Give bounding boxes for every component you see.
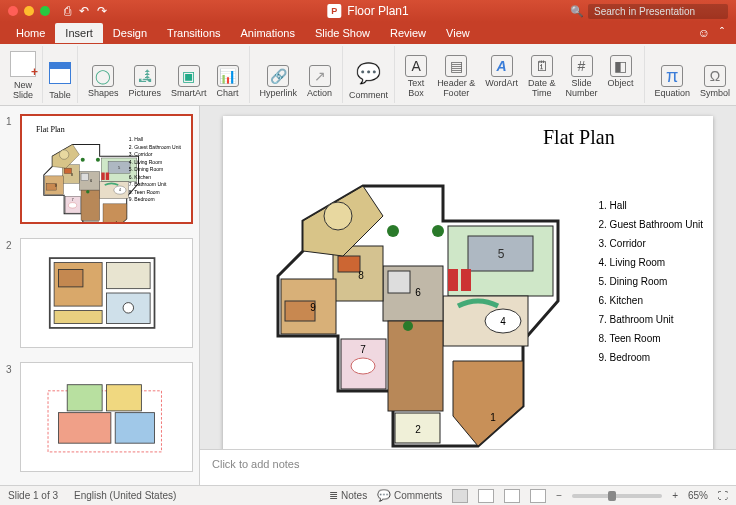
smartart-button[interactable]: ▣SmartArt — [167, 63, 211, 101]
thumbnail-number: 1 — [6, 114, 16, 224]
sorter-view-button[interactable] — [478, 489, 494, 503]
thumbnail-2[interactable]: 2 — [6, 238, 193, 348]
slide-stage[interactable]: Flat Plan 5 — [200, 106, 736, 449]
zoom-slider[interactable] — [572, 494, 662, 498]
tab-home[interactable]: Home — [6, 23, 55, 43]
fit-to-window-button[interactable]: ⛶ — [718, 490, 728, 501]
notes-pane[interactable]: Click to add notes — [200, 449, 736, 485]
textbox-button[interactable]: AText Box — [401, 53, 431, 101]
tab-slideshow[interactable]: Slide Show — [305, 23, 380, 43]
action-button[interactable]: ↗Action — [303, 63, 336, 101]
datetime-button[interactable]: 🗓Date & Time — [524, 53, 560, 101]
headerfooter-icon: ▤ — [445, 55, 467, 77]
shapes-icon: ◯ — [92, 65, 114, 87]
normal-view-button[interactable] — [452, 489, 468, 503]
legend-item: 1. Hall — [599, 196, 704, 215]
pictures-button[interactable]: 🏞Pictures — [125, 63, 166, 101]
language-indicator[interactable]: English (United States) — [74, 490, 176, 501]
action-icon: ↗ — [309, 65, 331, 87]
tab-insert[interactable]: Insert — [55, 23, 103, 43]
thumb-title: Flat Plan — [36, 125, 65, 134]
svg-rect-10 — [59, 413, 111, 444]
equation-icon: π — [661, 65, 683, 87]
app-icon: P — [327, 4, 341, 18]
svg-point-6 — [123, 303, 133, 313]
slidenumber-icon: # — [571, 55, 593, 77]
svg-rect-2 — [107, 262, 151, 288]
reading-view-button[interactable] — [504, 489, 520, 503]
new-slide-label: New Slide — [13, 81, 33, 101]
titlebar: ⎙ ↶ ↷ P Floor Plan1 🔍 — [0, 0, 736, 22]
tab-animations[interactable]: Animations — [231, 23, 305, 43]
headerfooter-button[interactable]: ▤Header & Footer — [433, 53, 479, 101]
chart-button[interactable]: 📊Chart — [213, 63, 243, 101]
smartart-icon: ▣ — [178, 65, 200, 87]
legend-item: 7. Bathroom Unit — [599, 310, 704, 329]
zoom-level[interactable]: 65% — [688, 490, 708, 501]
legend-item: 8. Teen Room — [599, 329, 704, 348]
thumb-legend: 1. Hall2. Guest Bathroom Unit3. Corridor… — [129, 136, 181, 204]
thumbnail-3[interactable]: 3 — [6, 362, 193, 472]
search-area: 🔍 — [570, 4, 728, 19]
collapse-ribbon-icon[interactable]: ˆ — [720, 26, 724, 40]
slide[interactable]: Flat Plan 5 — [223, 116, 713, 449]
save-icon[interactable]: ⎙ — [64, 4, 71, 18]
zoom-thumb[interactable] — [608, 491, 616, 501]
undo-icon[interactable]: ↶ — [79, 4, 89, 18]
document-title: Floor Plan1 — [347, 4, 408, 18]
window-close-button[interactable] — [8, 6, 18, 16]
redo-icon[interactable]: ↷ — [97, 4, 107, 18]
notes-toggle[interactable]: ≣ Notes — [329, 489, 367, 502]
slide-canvas: Flat Plan 5 — [200, 106, 736, 485]
hyperlink-button[interactable]: 🔗Hyperlink — [256, 63, 302, 101]
ribbon-tabs: Home Insert Design Transitions Animation… — [0, 22, 736, 44]
thumbnail-1[interactable]: 1 Flat Plan 1. Hall2. Guest Bathroom Uni… — [6, 114, 193, 224]
comments-icon: 💬 — [377, 489, 391, 501]
comment-button[interactable]: 💬 Comment — [343, 46, 395, 103]
floorplan-image: 5 4 6 — [243, 161, 583, 449]
quick-access-toolbar: ⎙ ↶ ↷ — [64, 4, 107, 18]
tab-review[interactable]: Review — [380, 23, 436, 43]
slide-title: Flat Plan — [543, 126, 615, 149]
symbol-button[interactable]: ΩSymbol — [696, 63, 734, 101]
shapes-button[interactable]: ◯Shapes — [84, 63, 123, 101]
tab-view[interactable]: View — [436, 23, 480, 43]
chart-icon: 📊 — [217, 65, 239, 87]
status-bar: Slide 1 of 3 English (United States) ≣ N… — [0, 485, 736, 505]
ribbon: New Slide Table ◯Shapes 🏞Pictures ▣Smart… — [0, 44, 736, 106]
slidenumber-button[interactable]: #Slide Number — [562, 53, 602, 101]
svg-rect-4 — [54, 310, 102, 323]
comment-icon: 💬 — [356, 57, 381, 89]
wordart-button[interactable]: AWordArt — [481, 53, 522, 101]
slide-info: Slide 1 of 3 — [8, 490, 58, 501]
smiley-icon[interactable]: ☺ — [698, 26, 710, 40]
slideshow-view-button[interactable] — [530, 489, 546, 503]
slide-thumbnail-panel[interactable]: 1 Flat Plan 1. Hall2. Guest Bathroom Uni… — [0, 106, 200, 485]
textbox-icon: A — [405, 55, 427, 77]
zoom-out-button[interactable]: − — [556, 490, 562, 501]
new-slide-button[interactable]: New Slide — [4, 46, 43, 103]
table-button[interactable]: Table — [43, 46, 78, 103]
search-input[interactable] — [588, 4, 728, 19]
object-icon: ◧ — [610, 55, 632, 77]
tab-design[interactable]: Design — [103, 23, 157, 43]
window-maximize-button[interactable] — [40, 6, 50, 16]
new-slide-icon — [10, 51, 36, 77]
zoom-in-button[interactable]: + — [672, 490, 678, 501]
datetime-icon: 🗓 — [531, 55, 553, 77]
comments-toggle[interactable]: 💬 Comments — [377, 489, 442, 502]
object-button[interactable]: ◧Object — [604, 53, 638, 101]
svg-rect-5 — [59, 269, 83, 286]
legend-item: 9. Bedroom — [599, 348, 704, 367]
window-minimize-button[interactable] — [24, 6, 34, 16]
tab-transitions[interactable]: Transitions — [157, 23, 230, 43]
pictures-icon: 🏞 — [134, 65, 156, 87]
svg-rect-8 — [67, 385, 102, 411]
equation-button[interactable]: πEquation — [651, 63, 695, 101]
svg-rect-11 — [115, 413, 154, 444]
window-title: P Floor Plan1 — [327, 4, 408, 18]
svg-rect-9 — [107, 385, 142, 411]
table-label: Table — [49, 91, 71, 101]
legend-item: 4. Living Room — [599, 253, 704, 272]
main-area: 1 Flat Plan 1. Hall2. Guest Bathroom Uni… — [0, 106, 736, 485]
